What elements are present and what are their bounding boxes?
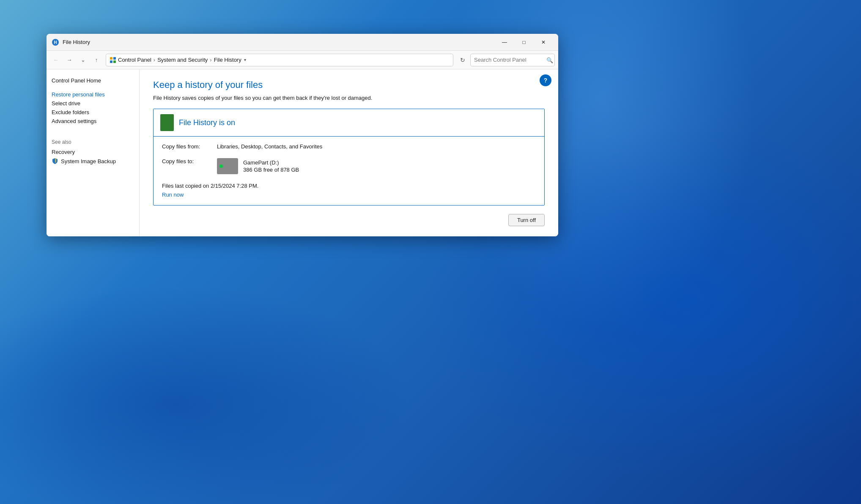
see-also-label: See also — [52, 139, 134, 145]
forward-button[interactable]: → — [63, 54, 75, 66]
window-controls: — □ ✕ — [495, 36, 553, 49]
main-content: Control Panel Home Restore personal file… — [47, 69, 558, 236]
svg-rect-2 — [110, 57, 112, 60]
drive-info: GamePart (D:) 386 GB free of 878 GB — [217, 158, 299, 174]
drive-name: GamePart (D:) — [243, 159, 299, 166]
refresh-button[interactable]: ↻ — [457, 54, 469, 66]
right-content: ? Keep a history of your files File Hist… — [140, 69, 558, 236]
close-button[interactable]: ✕ — [534, 36, 553, 49]
svg-text:H: H — [54, 40, 57, 45]
recent-locations-button[interactable]: ⌄ — [77, 54, 89, 66]
copy-from-value: Libraries, Desktop, Contacts, and Favori… — [217, 143, 322, 150]
drive-space: 386 GB free of 878 GB — [243, 167, 299, 173]
breadcrumb: Control Panel › System and Security › Fi… — [106, 54, 453, 66]
shield-icon — [52, 158, 58, 164]
status-indicator-green — [160, 114, 174, 131]
copy-date-section: Files last copied on 2/15/2024 7:28 PM. … — [162, 183, 536, 198]
search-input[interactable] — [470, 54, 555, 66]
sidebar: Control Panel Home Restore personal file… — [47, 69, 140, 236]
copy-from-row: Copy files from: Libraries, Desktop, Con… — [162, 143, 536, 150]
last-copied-text: Files last copied on 2/15/2024 7:28 PM. — [162, 183, 536, 189]
page-title: Keep a history of your files — [153, 79, 545, 90]
address-bar: ← → ⌄ ↑ Control Panel › System and Secur… — [47, 51, 558, 69]
svg-rect-4 — [110, 60, 112, 63]
breadcrumb-part-3[interactable]: File History — [214, 57, 241, 63]
breadcrumb-dropdown-button[interactable]: ▾ — [242, 57, 248, 63]
svg-rect-5 — [113, 60, 116, 63]
drive-details: GamePart (D:) 386 GB free of 878 GB — [243, 159, 299, 173]
title-bar: H File History — □ ✕ — [47, 34, 558, 51]
status-card: File History is on Copy files from: Libr… — [153, 109, 545, 205]
maximize-button[interactable]: □ — [514, 36, 534, 49]
minimize-button[interactable]: — — [495, 36, 514, 49]
description: File History saves copies of your files … — [153, 95, 545, 101]
search-wrapper: 🔍 — [470, 54, 555, 66]
app-icon: H — [52, 38, 59, 46]
action-bar: Turn off — [153, 214, 545, 226]
system-image-backup-label: System Image Backup — [61, 158, 116, 164]
breadcrumb-part-2[interactable]: System and Security — [157, 57, 208, 63]
sidebar-item-exclude-folders[interactable]: Exclude folders — [52, 108, 134, 117]
back-button[interactable]: ← — [50, 54, 62, 66]
status-body: Copy files from: Libraries, Desktop, Con… — [154, 137, 544, 205]
copy-to-label: Copy files to: — [162, 158, 217, 174]
sidebar-item-select-drive[interactable]: Select drive — [52, 99, 134, 108]
drive-icon — [217, 158, 238, 174]
breadcrumb-part-1[interactable]: Control Panel — [118, 57, 151, 63]
file-history-window: H File History — □ ✕ ← → ⌄ ↑ Control Pan… — [47, 34, 558, 236]
svg-rect-3 — [113, 57, 116, 60]
help-button[interactable]: ? — [540, 74, 551, 86]
up-button[interactable]: ↑ — [90, 54, 102, 66]
sidebar-item-system-image-backup[interactable]: System Image Backup — [52, 156, 134, 166]
copy-to-row: Copy files to: GamePart (D:) 386 GB free… — [162, 158, 536, 174]
status-header: File History is on — [154, 109, 544, 137]
sidebar-item-restore-personal-files[interactable]: Restore personal files — [52, 90, 134, 99]
breadcrumb-sep-2: › — [210, 57, 211, 63]
control-panel-icon — [110, 57, 116, 63]
sidebar-item-advanced-settings[interactable]: Advanced settings — [52, 117, 134, 126]
see-also-section: See also Recovery System Image Backup — [52, 139, 134, 166]
window-title: File History — [63, 39, 495, 45]
copy-from-label: Copy files from: — [162, 143, 217, 150]
search-button[interactable]: 🔍 — [546, 57, 553, 63]
breadcrumb-sep-1: › — [154, 57, 155, 63]
sidebar-item-recovery[interactable]: Recovery — [52, 148, 134, 156]
run-now-link[interactable]: Run now — [162, 192, 184, 198]
turn-off-button[interactable]: Turn off — [508, 214, 545, 226]
status-title: File History is on — [179, 118, 235, 127]
sidebar-item-control-panel-home[interactable]: Control Panel Home — [52, 76, 134, 85]
